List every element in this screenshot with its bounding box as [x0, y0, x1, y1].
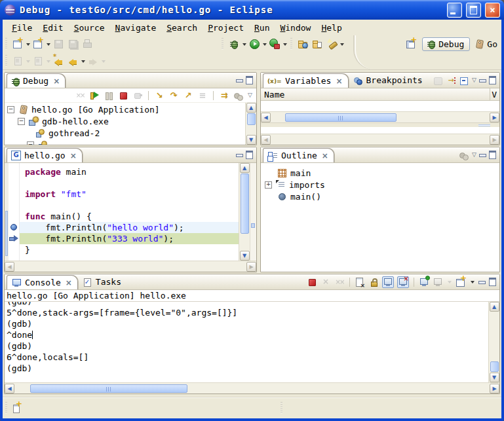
variables-table[interactable] — [261, 101, 499, 111]
editor-text-area[interactable]: package main import "fmt" func main() { … — [20, 163, 239, 261]
save-button[interactable] — [51, 37, 66, 51]
variables-hscrollbar[interactable]: ◀ ▶ — [261, 111, 499, 122]
close-button[interactable]: × — [485, 3, 500, 18]
terminate-icon[interactable] — [307, 277, 317, 287]
menu-project[interactable]: Project — [203, 21, 249, 35]
new-wizard-button[interactable] — [10, 37, 25, 51]
debug-extra-icon[interactable] — [233, 90, 244, 101]
outline-item-imports[interactable]: + imports — [265, 179, 499, 191]
perspective-debug-button[interactable]: Debug — [422, 37, 470, 51]
print-button[interactable] — [80, 37, 94, 51]
open-perspective-button[interactable] — [404, 37, 418, 51]
detail-pane-sash[interactable] — [261, 122, 499, 127]
tab-debug[interactable]: Debug × — [7, 73, 66, 88]
breakpoint-icon[interactable] — [10, 224, 17, 230]
minimize-view-icon[interactable] — [479, 79, 486, 82]
collapse-toggle[interactable]: − — [18, 118, 25, 125]
toolbar-grip[interactable] — [5, 55, 7, 67]
open-resource-button[interactable] — [310, 37, 324, 51]
view-menu-icon[interactable]: ▽ — [248, 92, 252, 98]
disconnect-icon[interactable] — [132, 90, 143, 101]
scroll-right-icon[interactable]: ▶ — [490, 113, 499, 122]
outline-tree[interactable]: main + imports main() — [261, 163, 499, 272]
menu-help[interactable]: Help — [316, 21, 347, 35]
tree-row-partial[interactable]: − — [7, 139, 245, 145]
maximize-view-icon[interactable] — [489, 278, 496, 286]
tab-tasks[interactable]: Tasks — [78, 274, 126, 289]
scroll-left-icon[interactable]: ◀ — [261, 135, 271, 145]
scroll-right-icon[interactable]: ▶ — [490, 384, 499, 394]
outline-extra-icon[interactable] — [459, 150, 469, 160]
step-into-icon[interactable]: ↘ — [154, 90, 165, 101]
menu-file[interactable]: File — [7, 21, 37, 35]
menu-source[interactable]: Source — [69, 21, 110, 35]
scroll-left-icon[interactable]: ◀ — [5, 384, 14, 394]
show-type-names-icon[interactable] — [433, 75, 443, 86]
tree-row-process[interactable]: − gdb-hello.exe — [7, 115, 245, 127]
close-icon[interactable]: × — [53, 77, 60, 86]
editor-vscrollbar[interactable]: ▲ ▼ — [239, 163, 250, 261]
collapse-toggle[interactable]: − — [7, 106, 14, 113]
variables-column-header[interactable]: Name V — [261, 88, 499, 101]
remove-launch-icon[interactable]: × — [320, 277, 331, 287]
maximize-view-icon[interactable] — [246, 76, 253, 84]
display-console-dropdown[interactable] — [446, 275, 452, 289]
tree-row-thread[interactable]: gothread-2 — [7, 127, 245, 139]
back-dropdown[interactable] — [80, 54, 86, 68]
tab-console[interactable]: Console × — [7, 275, 78, 289]
scroll-down-icon[interactable]: ▼ — [490, 373, 499, 382]
open-type-button[interactable] — [296, 37, 310, 51]
new-file-dropdown[interactable] — [45, 37, 51, 51]
maximize-view-icon[interactable] — [246, 151, 253, 159]
clear-console-icon[interactable] — [355, 277, 365, 287]
fast-view-icon[interactable] — [12, 403, 22, 413]
scroll-up-icon[interactable]: ▲ — [240, 163, 250, 173]
pin-console-icon[interactable] — [419, 277, 429, 287]
scroll-thumb[interactable] — [490, 361, 499, 372]
search-dropdown[interactable] — [339, 37, 345, 51]
scroll-right-icon[interactable]: ▶ — [490, 135, 499, 145]
close-icon[interactable]: × — [336, 77, 342, 86]
console-hscrollbar[interactable]: ◀ ▶ — [5, 382, 499, 394]
step-over-icon[interactable]: ↷ — [168, 90, 179, 101]
remove-terminated-icon[interactable]: ×× — [75, 90, 85, 101]
go-into-button[interactable] — [31, 54, 45, 68]
expand-toggle[interactable]: + — [265, 181, 272, 189]
scroll-left-icon[interactable]: ◀ — [5, 262, 14, 272]
menu-window[interactable]: Window — [275, 21, 316, 35]
close-icon[interactable]: × — [322, 151, 328, 160]
toolbar-grip[interactable] — [5, 38, 7, 50]
forward-button[interactable] — [86, 54, 100, 68]
minimize-view-icon[interactable] — [478, 281, 486, 284]
toolbar-grip[interactable] — [222, 38, 223, 50]
scroll-thumb[interactable] — [285, 113, 397, 122]
menu-search[interactable]: Search — [161, 21, 203, 35]
run-launch-button[interactable] — [247, 37, 262, 51]
detail-hscrollbar[interactable]: ◀ ▶ — [261, 134, 499, 145]
forward-dropdown[interactable] — [100, 54, 106, 68]
outline-item-main-func[interactable]: main() — [265, 191, 499, 202]
scroll-thumb[interactable] — [247, 113, 256, 125]
perspective-go-button[interactable]: Go — [474, 39, 497, 49]
editor-hscrollbar[interactable]: ◀ ▶ — [5, 261, 256, 272]
collapse-toggle[interactable]: − — [27, 141, 34, 145]
debug-launch-dropdown[interactable] — [241, 37, 247, 51]
outline-item-package[interactable]: main — [265, 167, 499, 179]
scroll-down-icon[interactable]: ▼ — [240, 251, 250, 261]
display-console-icon[interactable] — [433, 277, 443, 287]
menu-navigate[interactable]: Navigate — [110, 21, 162, 35]
view-menu-icon[interactable]: ▽ — [472, 152, 476, 158]
open-console-dropdown[interactable] — [469, 275, 475, 289]
tree-row-launch[interactable]: − hello.go [Go Application] — [7, 103, 245, 115]
search-button[interactable] — [324, 37, 339, 51]
debug-launch-button[interactable] — [227, 37, 241, 51]
terminate-icon[interactable] — [118, 90, 128, 101]
show-stderr-icon[interactable]: × — [397, 276, 409, 288]
step-filters-icon[interactable]: ⇉ — [219, 90, 229, 101]
external-tools-button[interactable] — [267, 37, 282, 51]
tab-breakpoints[interactable]: Breakpoints — [349, 73, 428, 88]
show-stdout-icon[interactable] — [382, 276, 394, 288]
view-menu-icon[interactable]: ▽ — [472, 77, 476, 83]
tab-outline[interactable]: Outline × — [263, 148, 334, 162]
console-output[interactable]: (gdb) 5^done,stack-args=[frame={level="0… — [5, 302, 488, 382]
